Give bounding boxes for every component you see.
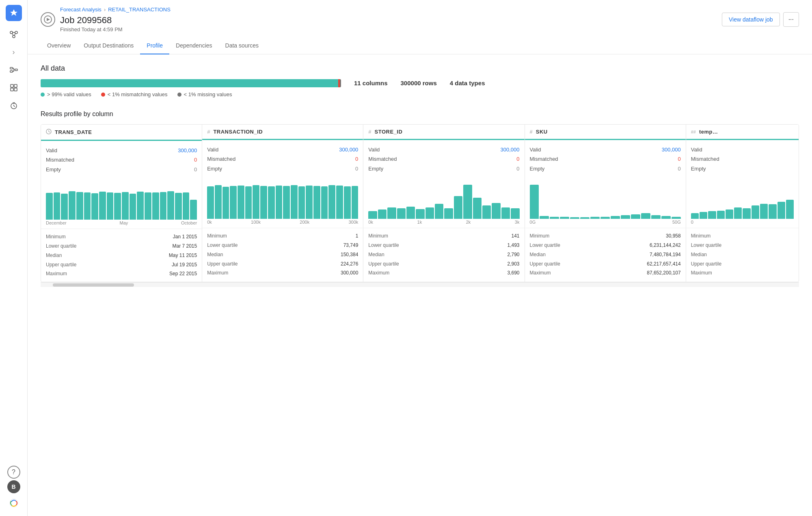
col-transaction-id-footer: Minimum1 Lower quartile73,749 Median150,… [202, 228, 363, 281]
col-store-id-name: STORE_ID [375, 129, 403, 135]
col-temp-footer: Minimum Lower quartile Median Upper quar… [686, 228, 799, 281]
col-trans-date-footer: MinimumJan 1 2015 Lower quartileMar 7 20… [41, 229, 202, 282]
hash-icon-2: # [368, 129, 371, 135]
tab-dependencies[interactable]: Dependencies [169, 37, 219, 54]
svg-line-19 [14, 106, 15, 107]
col-temp-stats: Valid Mismatched Empty [686, 140, 799, 178]
col-store-id-stats: Valid300,000 Mismatched0 Empty0 [363, 140, 524, 178]
sidebar-clock[interactable] [6, 97, 22, 114]
col-store-id-axis: 0k1k2k3k [363, 219, 524, 228]
col-temp: ## temp… Valid Mismatched Empty [686, 125, 799, 282]
col-trans-date-chart [41, 179, 202, 220]
data-types-count: 4 data types [450, 80, 485, 87]
svg-line-25 [49, 132, 50, 132]
col-temp-chart [686, 178, 799, 219]
svg-point-2 [13, 35, 15, 38]
tabs: Overview Output Destinations Profile Dep… [41, 37, 799, 54]
sidebar-grid[interactable] [6, 80, 22, 96]
hash-icon-3: # [530, 129, 533, 135]
col-sku-axis: 0G50G [525, 219, 686, 228]
sidebar-user[interactable]: B [7, 480, 20, 493]
legend-valid-label: > 99% valid values [47, 91, 91, 97]
job-icon [41, 12, 55, 27]
results-profile-section: Results profile by column TRANS_DATE Val… [41, 110, 799, 287]
col-transaction-id-axis: 0k100k200k300k [202, 219, 363, 228]
job-subtitle: Finished Today at 4:59 PM [60, 26, 171, 32]
sidebar-expand[interactable]: › [6, 44, 22, 60]
main-content: Forecast Analysis › RETAIL_TRANSACTIONS … [28, 0, 812, 516]
legend-mismatch-dot [101, 93, 105, 97]
col-transaction-id-name: TRANSACTION_ID [213, 129, 263, 135]
col-trans-date-name: TRANS_DATE [55, 129, 92, 135]
col-store-id-chart [363, 178, 524, 219]
col-trans-date-stats: Valid300,000 Mismatched0 Empty0 [41, 141, 202, 179]
content-area: All data 11 columns [28, 54, 812, 516]
col-transaction-id-chart [202, 178, 363, 219]
legend-missing-label: < 1% missing values [184, 91, 232, 97]
results-profile-title: Results profile by column [41, 110, 799, 118]
svg-rect-14 [14, 84, 17, 87]
col-transaction-id-stats: Valid300,000 Mismatched0 Empty0 [202, 140, 363, 178]
col-store-id: # STORE_ID Valid300,000 Mismatched0 Empt… [363, 125, 525, 282]
svg-rect-8 [15, 69, 17, 71]
col-sku-chart [525, 178, 686, 219]
sidebar-google[interactable] [6, 495, 22, 511]
tab-output-destinations[interactable]: Output Destinations [77, 37, 140, 54]
col-trans-date-header: TRANS_DATE [41, 125, 202, 141]
legend-valid: > 99% valid values [41, 91, 91, 97]
col-sku-header: # SKU [525, 125, 686, 140]
svg-line-5 [14, 33, 15, 36]
svg-line-4 [12, 33, 13, 36]
svg-rect-16 [14, 88, 17, 91]
col-temp-name: temp… [699, 129, 718, 135]
tab-profile[interactable]: Profile [140, 37, 169, 54]
scrollbar-thumb[interactable] [53, 283, 134, 287]
tab-overview[interactable]: Overview [41, 37, 77, 54]
legend-missing-dot [177, 93, 181, 97]
col-transaction-id-header: # TRANSACTION_ID [202, 125, 363, 140]
sidebar-help[interactable]: ? [7, 466, 20, 479]
legend-mismatch: < 1% mismatching values [101, 91, 168, 97]
svg-rect-15 [11, 88, 13, 91]
sidebar-workflow[interactable] [6, 62, 22, 78]
col-sku: # SKU Valid300,000 Mismatched0 Empty0 [525, 125, 686, 282]
hash-hash-icon: ## [691, 130, 696, 134]
more-options-button[interactable]: ··· [783, 12, 799, 27]
breadcrumb-separator: › [104, 6, 106, 13]
tab-data-sources[interactable]: Data sources [219, 37, 265, 54]
col-temp-axis: 0 [686, 219, 799, 228]
columns-grid: TRANS_DATE Valid300,000 Mismatched0 Empt… [41, 124, 799, 282]
rows-count: 300000 rows [401, 80, 437, 87]
col-sku-footer: Minimum30,958 Lower quartile6,231,144,24… [525, 228, 686, 281]
quality-missing-segment [340, 79, 341, 87]
breadcrumb-current[interactable]: RETAIL_TRANSACTIONS [108, 6, 171, 13]
quality-valid-segment [41, 79, 338, 87]
sidebar-item-nodes[interactable] [6, 26, 22, 42]
header: Forecast Analysis › RETAIL_TRANSACTIONS … [28, 0, 812, 54]
clock-icon [46, 129, 52, 136]
breadcrumb-parent[interactable]: Forecast Analysis [60, 6, 102, 13]
brand-icon[interactable] [6, 5, 22, 21]
col-trans-date-axis: DecemberMayOctober [41, 220, 202, 229]
job-title: Job 2099568 [60, 15, 171, 26]
col-transaction-id: # TRANSACTION_ID Valid300,000 Mismatched… [202, 125, 363, 282]
columns-count: 11 columns [354, 80, 388, 87]
legend-missing: < 1% missing values [177, 91, 232, 97]
legend-mismatch-label: < 1% mismatching values [108, 91, 168, 97]
hash-icon-1: # [207, 129, 210, 135]
svg-rect-7 [10, 71, 13, 72]
quality-legend: > 99% valid values < 1% mismatching valu… [41, 91, 799, 97]
breadcrumb: Forecast Analysis › RETAIL_TRANSACTIONS [60, 6, 171, 13]
col-store-id-header: # STORE_ID [363, 125, 524, 140]
svg-rect-13 [11, 84, 13, 87]
view-dataflow-button[interactable]: View dataflow job [722, 13, 780, 26]
col-sku-stats: Valid300,000 Mismatched0 Empty0 [525, 140, 686, 178]
col-trans-date: TRANS_DATE Valid300,000 Mismatched0 Empt… [41, 125, 202, 282]
horizontal-scrollbar[interactable] [41, 282, 799, 287]
col-sku-name: SKU [536, 129, 548, 135]
col-store-id-footer: Minimum141 Lower quartile1,493 Median2,7… [363, 228, 524, 281]
header-actions: View dataflow job ··· [722, 12, 799, 27]
all-data-section: All data 11 columns [41, 64, 799, 97]
col-temp-header: ## temp… [686, 125, 799, 140]
legend-valid-dot [41, 93, 45, 97]
